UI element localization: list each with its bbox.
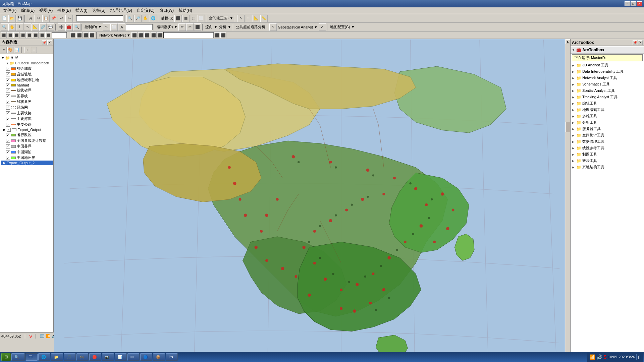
- na-btn6[interactable]: ⬛: [214, 32, 220, 38]
- menu-window[interactable]: 窗口(W): [157, 7, 176, 14]
- edit-btn2[interactable]: ✂: [186, 23, 194, 31]
- checkbox-3[interactable]: [6, 83, 10, 87]
- checkbox-0[interactable]: [6, 67, 10, 71]
- checkbox-6[interactable]: [6, 100, 10, 104]
- toc-close-btn[interactable]: ✕: [47, 40, 52, 45]
- checkbox-7[interactable]: [6, 106, 10, 110]
- checkbox-12[interactable]: [6, 133, 10, 137]
- r3btn4[interactable]: ⬛: [89, 32, 95, 38]
- checkbox-5[interactable]: [6, 94, 10, 98]
- extra7[interactable]: ⬛: [39, 32, 45, 38]
- r3btn3[interactable]: ⬛: [83, 32, 89, 38]
- menu-select[interactable]: 选择(S): [90, 7, 108, 14]
- na-btn2[interactable]: ⬛: [138, 32, 144, 38]
- toc-item-17[interactable]: ▶ Export_Output_2: [1, 161, 53, 165]
- taskbar-arcmap[interactable]: 🗔: [25, 353, 38, 361]
- toc-item-2[interactable]: 地级城市驻地: [1, 77, 53, 83]
- toc-expand-btn[interactable]: +: [24, 47, 30, 53]
- toolbox-item-14[interactable]: ▶ 📁 制图工具: [571, 151, 644, 158]
- extra6[interactable]: ⬛: [33, 32, 39, 38]
- identify-btn[interactable]: ℹ: [16, 23, 23, 31]
- draw-btn3[interactable]: A: [118, 23, 125, 31]
- snap-btn4[interactable]: ⬜: [198, 15, 205, 22]
- toolbox-pin-btn[interactable]: 📌: [633, 40, 637, 45]
- r3btn1[interactable]: ⬛: [70, 32, 76, 38]
- toolbox-item-10[interactable]: ▶ 📁 服务器工具: [571, 126, 644, 132]
- toc-item-16[interactable]: 中国地州界: [1, 155, 53, 161]
- toolbox-item-4[interactable]: ▶ 📁 Spatial Analyst 工具: [571, 87, 644, 94]
- tool2[interactable]: ⋯: [245, 15, 252, 22]
- toolbox-item-16[interactable]: ▶ 📁 宗地结构工具: [571, 164, 644, 170]
- checkbox-9[interactable]: [6, 117, 10, 121]
- extra2[interactable]: ⬛: [7, 32, 13, 38]
- taskbar-ps[interactable]: Ps: [166, 353, 178, 361]
- toolbox-item-9[interactable]: ▶ 📁 分析工具: [571, 119, 644, 126]
- paste-button[interactable]: 📌: [50, 15, 57, 22]
- toolbox-item-0[interactable]: ▶ 📁 3D Analyst 工具: [571, 62, 644, 68]
- minimize-button[interactable]: −: [625, 1, 630, 6]
- toolbox-item-6[interactable]: ▶ 📁 编辑工具: [571, 100, 644, 107]
- toc-list-btn[interactable]: ≡: [1, 47, 7, 53]
- toc-item-10[interactable]: 主要公路: [1, 122, 53, 127]
- toolbox-item-1[interactable]: ▶ 📁 Data Interoperability 工具: [571, 68, 644, 75]
- toc-item-7[interactable]: 经纬网: [1, 105, 53, 110]
- zoom-btn[interactable]: 🔍: [1, 23, 8, 31]
- taskbar-app1[interactable]: 🔴: [89, 353, 101, 361]
- na-btn7[interactable]: ⬛: [220, 32, 226, 38]
- menu-customize[interactable]: 自定义(C): [135, 7, 157, 14]
- taskbar-game[interactable]: 🎮: [76, 353, 89, 361]
- scroll-thumb-v[interactable]: [566, 122, 570, 132]
- checkbox-4[interactable]: [6, 88, 10, 93]
- zoom-in-button[interactable]: 🔍: [126, 15, 134, 22]
- taskbar-explorer[interactable]: 📁: [51, 353, 63, 361]
- pan-button[interactable]: ✋: [142, 15, 149, 22]
- taskbar-excel[interactable]: 📊: [115, 353, 127, 361]
- menu-geoprocess[interactable]: 地理处理(G): [108, 7, 134, 14]
- checkbox-1[interactable]: [6, 72, 10, 76]
- extra8[interactable]: ⬛: [45, 32, 51, 38]
- extra3[interactable]: ⬛: [13, 32, 19, 38]
- toc-item-15[interactable]: 中国湖泊: [1, 149, 53, 155]
- na-btn3[interactable]: ⬛: [144, 32, 150, 38]
- coords-input[interactable]: 1:3,687,901,365,156: [76, 15, 123, 21]
- toolbox-item-8[interactable]: ▶ 📁 多维工具: [571, 113, 644, 119]
- maximize-button[interactable]: □: [631, 1, 636, 6]
- new-button[interactable]: 📄: [1, 15, 8, 22]
- toc-item-6[interactable]: 线状县界: [1, 99, 53, 105]
- taskbar-show-desktop[interactable]: ▯: [636, 354, 641, 360]
- redo-button[interactable]: ↪: [65, 15, 73, 22]
- checkbox-11[interactable]: [7, 128, 11, 132]
- taskbar-mail[interactable]: ✉: [127, 353, 140, 361]
- toc-item-12[interactable]: 省行政区: [1, 132, 53, 138]
- print-button[interactable]: 🖨: [27, 15, 34, 22]
- menu-insert[interactable]: 插入(I): [73, 7, 89, 14]
- hyperlink-btn[interactable]: 🔗: [39, 23, 47, 31]
- toc-layers-header[interactable]: ▼ 📁 图层: [1, 55, 53, 61]
- taskbar-media[interactable]: 🎵: [64, 353, 76, 361]
- na-btn5[interactable]: ⬛: [157, 32, 163, 38]
- checkbox-8[interactable]: [6, 111, 10, 115]
- font-combo[interactable]: 宋体: [126, 24, 153, 30]
- menu-view[interactable]: 视图(V): [37, 7, 55, 14]
- checkbox-13[interactable]: [6, 139, 10, 143]
- pan-btn2[interactable]: 🖐: [8, 23, 16, 31]
- snap-btn3[interactable]: ⬚: [190, 15, 197, 22]
- edit-btn3[interactable]: ⬛: [194, 23, 201, 31]
- checkbox-10[interactable]: [6, 123, 10, 127]
- extra1[interactable]: ⬛: [1, 32, 7, 38]
- menu-edit[interactable]: 编辑(E): [19, 7, 37, 14]
- toolbox-root[interactable]: ▼ 🧰 ArcToolbox: [571, 47, 644, 54]
- undo-button[interactable]: ↩: [58, 15, 65, 22]
- checkbox-16[interactable]: [6, 156, 10, 160]
- toolbox-btn[interactable]: 🧰: [65, 23, 73, 31]
- zoom-input[interactable]: 100%: [52, 32, 67, 38]
- toc-collapse-btn[interactable]: −: [31, 47, 37, 53]
- toc-item-1[interactable]: · 县城驻地: [1, 71, 53, 77]
- toolbox-item-11[interactable]: ▶ 📁 空间统计工具: [571, 132, 644, 138]
- measure-btn[interactable]: 📐: [32, 23, 39, 31]
- taskbar-store[interactable]: 📦: [153, 353, 165, 361]
- extra4[interactable]: ⬛: [20, 32, 26, 38]
- menu-help[interactable]: 帮助(H): [176, 7, 194, 14]
- tool1[interactable]: ↖: [237, 15, 245, 22]
- na-btn4[interactable]: ⬛: [151, 32, 157, 38]
